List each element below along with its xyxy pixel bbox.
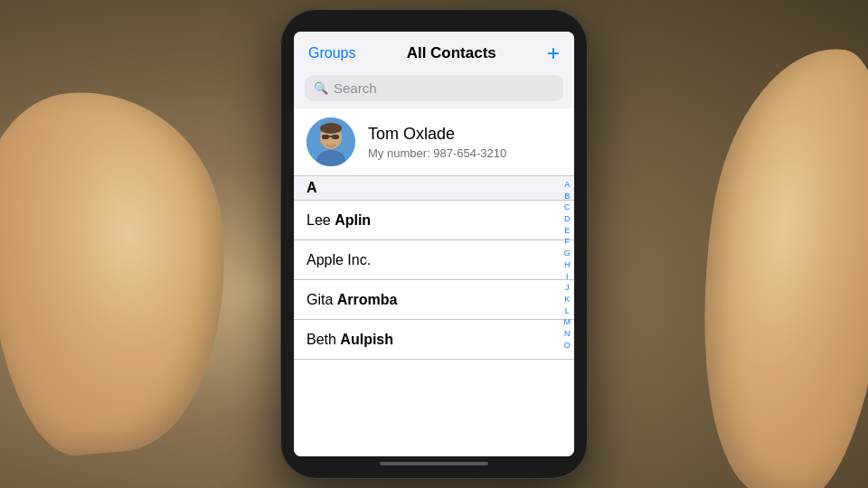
alpha-l[interactable]: L xyxy=(562,306,573,317)
add-contact-button[interactable]: + xyxy=(547,42,560,64)
alpha-b[interactable]: B xyxy=(562,192,573,202)
contact-name: Lee Aplin xyxy=(307,212,371,229)
svg-rect-4 xyxy=(322,135,329,139)
alpha-n[interactable]: N xyxy=(562,329,573,340)
svg-rect-5 xyxy=(332,135,339,139)
my-contact-number: My number: 987-654-3210 xyxy=(368,146,506,160)
page-title: All Contacts xyxy=(407,44,496,62)
svg-point-3 xyxy=(320,123,342,134)
phone-screen: Groups All Contacts + 🔍 Search xyxy=(294,32,574,456)
search-icon: 🔍 xyxy=(314,81,328,95)
alpha-k[interactable]: K xyxy=(562,295,573,305)
search-placeholder: Search xyxy=(334,80,377,96)
section-header-a: A xyxy=(294,176,574,201)
avatar xyxy=(307,117,355,166)
navigation-bar: Groups All Contacts + xyxy=(294,32,574,71)
contact-item[interactable]: Apple Inc. xyxy=(294,240,574,280)
alphabetical-index: A B C D E F G H I J K L M N O xyxy=(562,176,573,456)
my-contact-name: Tom Oxlade xyxy=(368,125,506,144)
contact-item[interactable]: Beth Aulpish xyxy=(294,320,574,360)
home-indicator xyxy=(380,462,488,465)
alpha-f[interactable]: F xyxy=(562,237,573,248)
search-bar[interactable]: 🔍 Search xyxy=(305,75,563,101)
my-contact-card[interactable]: Tom Oxlade My number: 987-654-3210 xyxy=(294,108,574,176)
alpha-o[interactable]: O xyxy=(562,341,573,352)
alpha-d[interactable]: D xyxy=(562,214,573,225)
phone-device: Groups All Contacts + 🔍 Search xyxy=(280,9,588,479)
alpha-i[interactable]: I xyxy=(562,272,573,283)
alpha-e[interactable]: E xyxy=(562,226,573,237)
alpha-j[interactable]: J xyxy=(562,283,573,294)
groups-button[interactable]: Groups xyxy=(308,45,355,61)
alpha-h[interactable]: H xyxy=(562,260,573,271)
contact-name: Apple Inc. xyxy=(307,252,371,268)
contact-name: Gita Arromba xyxy=(307,292,397,308)
alpha-a[interactable]: A xyxy=(562,180,573,191)
contact-item[interactable]: Gita Arromba xyxy=(294,280,574,320)
contact-item[interactable]: Lee Aplin xyxy=(294,201,574,240)
contact-list: A Lee Aplin Apple Inc. Gita Arromba Beth… xyxy=(294,176,574,456)
alpha-g[interactable]: G xyxy=(562,249,573,259)
alpha-c[interactable]: C xyxy=(562,202,573,213)
my-contact-info: Tom Oxlade My number: 987-654-3210 xyxy=(368,125,506,160)
alpha-m[interactable]: M xyxy=(562,317,573,328)
contact-name: Beth Aulpish xyxy=(307,332,393,348)
